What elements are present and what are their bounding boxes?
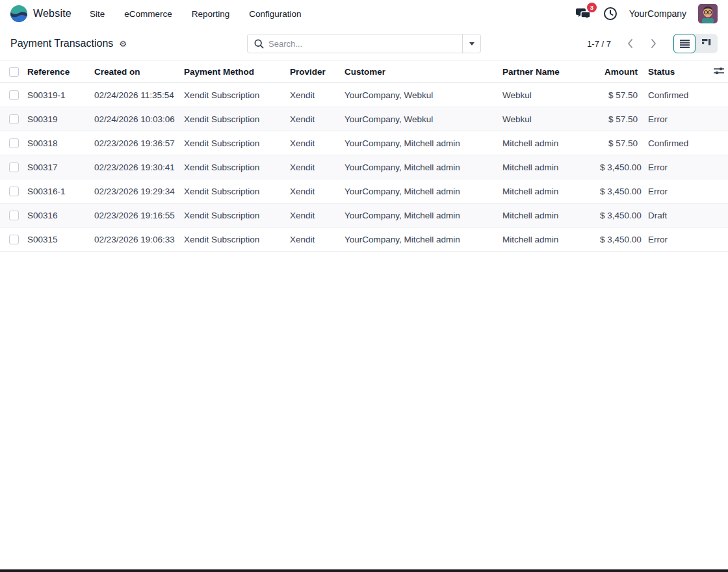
column-header-payment-method[interactable]: Payment Method: [179, 60, 285, 83]
table-row[interactable]: S00316 02/23/2026 19:16:55 Xendit Subscr…: [0, 203, 728, 228]
cell-customer[interactable]: YourCompany, Mitchell admin: [339, 131, 497, 155]
cell-provider[interactable]: Xendit: [285, 203, 339, 228]
cell-provider[interactable]: Xendit: [285, 83, 339, 107]
cell-payment-method[interactable]: Xendit Subscription: [179, 228, 285, 252]
cell-amount[interactable]: $ 57.50: [595, 83, 643, 107]
cell-provider[interactable]: Xendit: [285, 107, 339, 131]
cell-provider[interactable]: Xendit: [285, 228, 339, 252]
row-checkbox[interactable]: [9, 211, 19, 220]
cell-payment-method[interactable]: Xendit Subscription: [179, 155, 285, 179]
cell-partner-name[interactable]: Webkul: [497, 107, 595, 131]
messages-button[interactable]: 3: [576, 6, 592, 21]
table-row[interactable]: S00319 02/24/2026 10:03:06 Xendit Subscr…: [0, 107, 728, 131]
column-header-provider[interactable]: Provider: [285, 60, 339, 83]
cell-created-on[interactable]: 02/23/2026 19:36:57: [89, 131, 179, 155]
search-input[interactable]: [268, 39, 462, 49]
pager-next-button[interactable]: [644, 34, 663, 53]
cell-reference[interactable]: S00316: [22, 203, 89, 228]
kanban-view-button[interactable]: [696, 34, 718, 53]
cell-customer[interactable]: YourCompany, Webkul: [339, 83, 497, 107]
search-icon: [248, 39, 268, 49]
cell-amount[interactable]: $ 57.50: [595, 131, 643, 155]
column-header-customer[interactable]: Customer: [339, 60, 497, 83]
cell-status[interactable]: Error: [643, 155, 708, 179]
select-all-checkbox[interactable]: [9, 67, 19, 77]
list-view-button[interactable]: [673, 34, 696, 53]
table-row[interactable]: S00318 02/23/2026 19:36:57 Xendit Subscr…: [0, 131, 728, 155]
cell-provider[interactable]: Xendit: [285, 179, 339, 203]
table-row[interactable]: S00316-1 02/23/2026 19:29:34 Xendit Subs…: [0, 179, 728, 203]
cell-customer[interactable]: YourCompany, Mitchell admin: [339, 179, 497, 203]
menu-configuration[interactable]: Configuration: [249, 9, 301, 19]
cell-created-on[interactable]: 02/23/2026 19:29:34: [89, 179, 179, 203]
cell-customer[interactable]: YourCompany, Mitchell admin: [339, 203, 497, 228]
search-options-toggle[interactable]: [462, 34, 480, 53]
cell-customer[interactable]: YourCompany, Mitchell admin: [339, 228, 497, 252]
cell-customer[interactable]: YourCompany, Webkul: [339, 107, 497, 131]
column-header-amount[interactable]: Amount: [595, 60, 643, 83]
cell-status[interactable]: Error: [643, 179, 708, 203]
cell-provider[interactable]: Xendit: [285, 131, 339, 155]
cell-payment-method[interactable]: Xendit Subscription: [179, 179, 285, 203]
row-checkbox[interactable]: [9, 162, 19, 172]
cell-amount[interactable]: $ 57.50: [595, 107, 643, 131]
row-checkbox[interactable]: [9, 114, 19, 124]
menu-site[interactable]: Site: [90, 9, 105, 19]
cell-reference[interactable]: S00316-1: [22, 179, 89, 203]
cell-created-on[interactable]: 02/23/2026 19:16:55: [89, 203, 179, 228]
table-row[interactable]: S00317 02/23/2026 19:30:41 Xendit Subscr…: [0, 155, 728, 179]
user-avatar[interactable]: [698, 4, 718, 23]
company-switcher[interactable]: YourCompany: [629, 8, 686, 19]
cell-reference[interactable]: S00318: [22, 131, 89, 155]
cell-amount[interactable]: $ 3,450.00: [595, 155, 643, 179]
cell-reference[interactable]: S00319-1: [22, 83, 89, 107]
cell-partner-name[interactable]: Mitchell admin: [497, 131, 595, 155]
cell-reference[interactable]: S00317: [22, 155, 89, 179]
cell-created-on[interactable]: 02/24/2026 10:03:06: [89, 107, 179, 131]
cell-created-on[interactable]: 02/23/2026 19:06:33: [89, 228, 179, 252]
cell-payment-method[interactable]: Xendit Subscription: [179, 83, 285, 107]
activities-button[interactable]: [603, 6, 618, 21]
row-checkbox[interactable]: [9, 138, 19, 148]
menu-ecommerce[interactable]: eCommerce: [124, 9, 172, 19]
cell-partner-name[interactable]: Mitchell admin: [497, 179, 595, 203]
cell-partner-name[interactable]: Webkul: [497, 83, 595, 107]
cell-amount[interactable]: $ 3,450.00: [595, 228, 643, 252]
cell-partner-name[interactable]: Mitchell admin: [497, 228, 595, 252]
optional-columns-button[interactable]: [714, 66, 724, 75]
row-checkbox[interactable]: [9, 90, 19, 100]
cell-status[interactable]: Draft: [643, 203, 708, 228]
row-checkbox[interactable]: [9, 187, 19, 196]
row-checkbox[interactable]: [9, 235, 19, 244]
cell-payment-method[interactable]: Xendit Subscription: [179, 131, 285, 155]
cell-partner-name[interactable]: Mitchell admin: [497, 155, 595, 179]
column-header-status[interactable]: Status: [643, 60, 708, 83]
cell-amount[interactable]: $ 3,450.00: [595, 203, 643, 228]
column-header-partner-name[interactable]: Partner Name: [497, 60, 595, 83]
cell-status[interactable]: Confirmed: [643, 131, 708, 155]
cell-payment-method[interactable]: Xendit Subscription: [179, 203, 285, 228]
cell-created-on[interactable]: 02/24/2026 11:35:54: [89, 83, 179, 107]
table-row[interactable]: S00319-1 02/24/2026 11:35:54 Xendit Subs…: [0, 83, 728, 107]
page-title: Payment Transactions: [10, 38, 113, 49]
action-gear-icon[interactable]: ⚙: [119, 40, 127, 48]
column-header-reference[interactable]: Reference: [22, 60, 89, 83]
cell-partner-name[interactable]: Mitchell admin: [497, 203, 595, 228]
cell-status[interactable]: Error: [643, 228, 708, 252]
pager-previous-button[interactable]: [620, 34, 640, 53]
view-switcher: [673, 34, 718, 53]
app-brand[interactable]: Website: [10, 5, 72, 22]
cell-payment-method[interactable]: Xendit Subscription: [179, 107, 285, 131]
cell-customer[interactable]: YourCompany, Mitchell admin: [339, 155, 497, 179]
cell-provider[interactable]: Xendit: [285, 155, 339, 179]
cell-reference[interactable]: S00315: [22, 228, 89, 252]
cell-status[interactable]: Confirmed: [643, 83, 708, 107]
cell-created-on[interactable]: 02/23/2026 19:30:41: [89, 155, 179, 179]
cell-status[interactable]: Error: [643, 107, 708, 131]
pager-range: 1-7 / 7: [587, 39, 611, 49]
cell-reference[interactable]: S00319: [22, 107, 89, 131]
menu-reporting[interactable]: Reporting: [192, 9, 230, 19]
cell-amount[interactable]: $ 3,450.00: [595, 179, 643, 203]
table-row[interactable]: S00315 02/23/2026 19:06:33 Xendit Subscr…: [0, 228, 728, 252]
column-header-created-on[interactable]: Created on: [89, 60, 179, 83]
